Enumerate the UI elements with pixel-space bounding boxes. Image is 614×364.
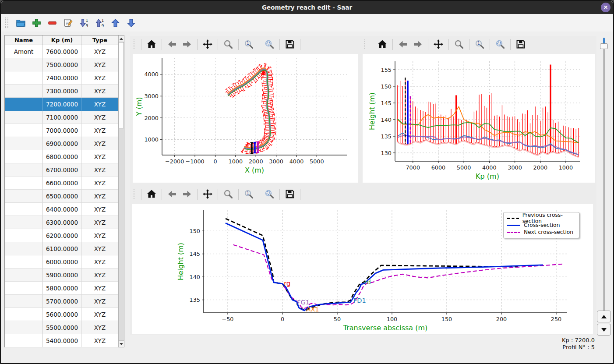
cell-type[interactable]: XYZ	[81, 85, 118, 98]
cell-name[interactable]	[5, 321, 43, 334]
table-row[interactable]: 6900.0000XYZ	[5, 137, 118, 150]
cell-name[interactable]	[5, 58, 43, 71]
table-row[interactable]: 6500.0000XYZ	[5, 190, 118, 203]
table-row[interactable]: 7000.0000XYZ	[5, 124, 118, 137]
cell-name[interactable]	[5, 124, 43, 137]
table-row[interactable]: 6700.0000XYZ	[5, 163, 118, 177]
slider-handle[interactable]	[600, 43, 608, 49]
cell-kp[interactable]: 6800.0000	[43, 150, 81, 163]
cell-type[interactable]: XYZ	[81, 111, 118, 124]
table-row[interactable]: 6600.0000XYZ	[5, 177, 118, 190]
table-row[interactable]: 7200.0000XYZ	[5, 98, 118, 111]
cell-type[interactable]: XYZ	[81, 282, 118, 295]
cell-type[interactable]: XYZ	[81, 137, 118, 150]
cell-name[interactable]	[5, 269, 43, 282]
scroll-down-button[interactable]	[119, 340, 124, 347]
cell-kp[interactable]: 7500.0000	[43, 58, 81, 71]
longitudinal-plot-canvas[interactable]: 7000600050004000300020001000130135140145…	[361, 53, 596, 184]
cell-kp[interactable]: 5900.0000	[43, 269, 81, 282]
cell-name[interactable]	[5, 98, 43, 111]
table-row[interactable]: 5500.0000XYZ	[5, 321, 118, 334]
cell-type[interactable]: XYZ	[81, 190, 118, 203]
cell-name[interactable]	[5, 282, 43, 295]
forward-button[interactable]	[411, 38, 424, 51]
open-button[interactable]	[14, 16, 27, 29]
table-row[interactable]: 5700.0000XYZ	[5, 295, 118, 308]
pan-button[interactable]	[201, 38, 214, 51]
cell-name[interactable]	[5, 190, 43, 203]
cell-kp[interactable]: 5600.0000	[43, 308, 81, 321]
table-row[interactable]: 5600.0000XYZ	[5, 308, 118, 321]
cell-name[interactable]	[5, 242, 43, 255]
toolbar-grip[interactable]	[134, 189, 136, 199]
profile-down-button[interactable]	[597, 324, 611, 336]
profile-slider[interactable]	[599, 38, 609, 312]
move-up-button[interactable]	[109, 16, 122, 29]
cell-kp[interactable]: 6400.0000	[43, 203, 81, 216]
cell-name[interactable]	[5, 85, 43, 98]
toolbar-grip[interactable]	[134, 39, 136, 49]
cell-kp[interactable]: 6200.0000	[43, 229, 81, 242]
cell-name[interactable]	[5, 71, 43, 85]
forward-button[interactable]	[180, 187, 194, 201]
zoom-section-button[interactable]: 1	[242, 187, 255, 201]
slider-track[interactable]	[603, 38, 605, 312]
cell-type[interactable]: XYZ	[81, 308, 118, 321]
zoom-section-button[interactable]: 1	[473, 38, 486, 51]
cell-name[interactable]	[5, 150, 43, 163]
cell-kp[interactable]: 5400.0000	[43, 334, 81, 347]
scrollbar-track[interactable]	[119, 42, 124, 340]
cell-type[interactable]: XYZ	[81, 163, 118, 177]
cell-type[interactable]: XYZ	[81, 255, 118, 269]
zoom-button[interactable]	[222, 38, 235, 51]
cell-type[interactable]: XYZ	[81, 124, 118, 137]
zoom-button[interactable]	[222, 187, 235, 201]
cell-kp[interactable]: 7300.0000	[43, 85, 81, 98]
zoom-button[interactable]	[452, 38, 466, 51]
cell-name[interactable]	[5, 295, 43, 308]
sort-ascending-button[interactable]: 19	[93, 16, 106, 29]
cell-kp[interactable]: 6500.0000	[43, 190, 81, 203]
table-row[interactable]: 5800.0000XYZ	[5, 282, 118, 295]
cell-name[interactable]	[5, 334, 43, 347]
table-scrollbar[interactable]	[118, 35, 124, 347]
cell-type[interactable]: XYZ	[81, 334, 118, 347]
cell-kp[interactable]: 7100.0000	[43, 111, 81, 124]
zoom-section-button[interactable]: 1	[242, 38, 255, 51]
cell-name[interactable]	[5, 229, 43, 242]
cell-type[interactable]: XYZ	[81, 203, 118, 216]
cell-name[interactable]	[5, 216, 43, 229]
table-row[interactable]: 6200.0000XYZ	[5, 229, 118, 242]
table-row[interactable]: 6300.0000XYZ	[5, 216, 118, 229]
scrollbar-thumb[interactable]	[119, 42, 124, 128]
cell-kp[interactable]: 6700.0000	[43, 163, 81, 177]
cell-kp[interactable]: 6600.0000	[43, 177, 81, 190]
cell-type[interactable]: XYZ	[81, 58, 118, 71]
scroll-up-button[interactable]	[119, 35, 124, 42]
home-button[interactable]	[145, 38, 158, 51]
cell-kp[interactable]: 5500.0000	[43, 321, 81, 334]
cell-kp[interactable]: 6300.0000	[43, 216, 81, 229]
pan-button[interactable]	[201, 187, 214, 201]
cell-kp[interactable]: 7200.0000	[43, 98, 81, 111]
home-button[interactable]	[376, 38, 389, 51]
cell-name[interactable]	[5, 308, 43, 321]
cell-name[interactable]	[5, 137, 43, 150]
table-row[interactable]: 6100.0000XYZ	[5, 242, 118, 255]
cell-name[interactable]	[5, 177, 43, 190]
forward-button[interactable]	[180, 38, 194, 51]
cell-kp[interactable]: 7000.0000	[43, 124, 81, 137]
remove-profile-button[interactable]	[46, 16, 59, 29]
cell-type[interactable]: XYZ	[81, 150, 118, 163]
cell-type[interactable]: XYZ	[81, 242, 118, 255]
toolbar-grip[interactable]	[364, 39, 367, 49]
pan-button[interactable]	[432, 38, 445, 51]
cell-kp[interactable]: 6100.0000	[43, 242, 81, 255]
table-row[interactable]: Amont7600.0000XYZ	[5, 45, 118, 58]
cell-type[interactable]: XYZ	[81, 45, 118, 58]
cell-type[interactable]: XYZ	[81, 269, 118, 282]
move-down-button[interactable]	[124, 16, 138, 29]
titlebar[interactable]: Geometry reach edit - Saar ✕	[1, 1, 613, 14]
add-profile-button[interactable]	[30, 16, 43, 29]
sort-descending-button[interactable]: 19	[77, 16, 90, 29]
